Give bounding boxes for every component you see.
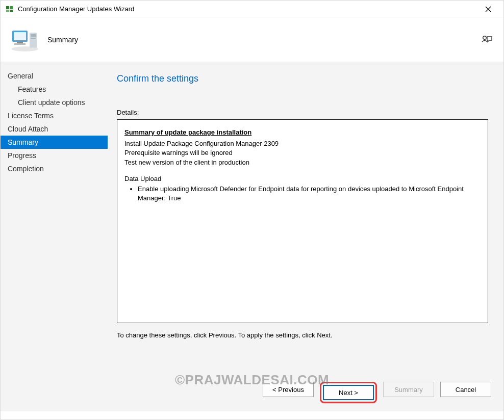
sidebar-item-label: Cloud Attach <box>8 125 48 133</box>
svg-rect-8 <box>17 42 23 43</box>
sidebar-item-label: General <box>8 72 33 80</box>
close-icon <box>485 6 491 12</box>
svg-rect-3 <box>10 10 13 12</box>
sidebar-item-label: Completion <box>8 165 44 173</box>
feedback-button[interactable] <box>480 33 494 47</box>
sidebar-item-client-update-options[interactable]: Client update options <box>1 96 108 109</box>
titlebar: Configuration Manager Updates Wizard <box>1 1 503 18</box>
cancel-button[interactable]: Cancel <box>440 382 491 397</box>
summary-title: Summary of update package installation <box>124 128 481 137</box>
next-button[interactable]: Next > <box>323 385 374 400</box>
sidebar-item-label: Summary <box>8 138 38 146</box>
previous-button[interactable]: < Previous <box>263 382 314 397</box>
page-title: Summary <box>47 36 78 44</box>
svg-rect-11 <box>31 34 36 37</box>
sidebar-item-license-terms[interactable]: License Terms <box>1 109 108 122</box>
svg-rect-2 <box>6 10 9 12</box>
details-box[interactable]: Summary of update package installation I… <box>117 119 488 323</box>
svg-rect-0 <box>6 6 9 9</box>
data-upload-label: Data Upload <box>124 174 481 183</box>
wizard-content: Confirm the settings Details: Summary of… <box>108 62 503 374</box>
hint-text: To change these settings, click Previous… <box>117 331 488 339</box>
svg-rect-7 <box>14 32 26 40</box>
summary-line: Test new version of the client in produc… <box>124 158 481 167</box>
sidebar-item-general[interactable]: General <box>1 69 108 83</box>
sidebar-item-features[interactable]: Features <box>1 83 108 96</box>
svg-point-14 <box>483 36 486 39</box>
sidebar-item-progress[interactable]: Progress <box>1 149 108 162</box>
summary-line: Install Update Package Configuration Man… <box>124 139 481 148</box>
wizard-sidebar: General Features Client update options L… <box>1 62 108 374</box>
close-button[interactable] <box>478 6 498 12</box>
wizard-footer: < Previous Next > Summary Cancel <box>1 374 503 411</box>
details-label: Details: <box>117 109 488 116</box>
sidebar-item-cloud-attach[interactable]: Cloud Attach <box>1 122 108 136</box>
sidebar-item-label: License Terms <box>8 112 54 120</box>
sidebar-item-label: Client update options <box>18 98 85 107</box>
header-computer-icon <box>10 27 40 52</box>
svg-rect-1 <box>10 6 13 9</box>
wizard-header: Summary <box>1 18 503 62</box>
summary-button: Summary <box>383 382 434 397</box>
sidebar-item-summary[interactable]: Summary <box>1 136 108 149</box>
sidebar-item-label: Features <box>18 85 46 93</box>
app-icon <box>6 5 14 13</box>
sidebar-item-label: Progress <box>8 151 36 160</box>
data-upload-bullet: Enable uploading Microsoft Defender for … <box>138 185 481 203</box>
next-button-highlight: Next > <box>320 382 377 403</box>
svg-rect-12 <box>31 38 36 39</box>
sidebar-item-completion[interactable]: Completion <box>1 162 108 175</box>
summary-line: Prerequisite warnings will be ignored <box>124 148 481 158</box>
feedback-icon <box>481 34 493 45</box>
svg-rect-9 <box>14 43 26 45</box>
svg-point-13 <box>12 46 38 51</box>
content-heading: Confirm the settings <box>117 73 488 84</box>
window-title: Configuration Manager Updates Wizard <box>18 5 134 13</box>
